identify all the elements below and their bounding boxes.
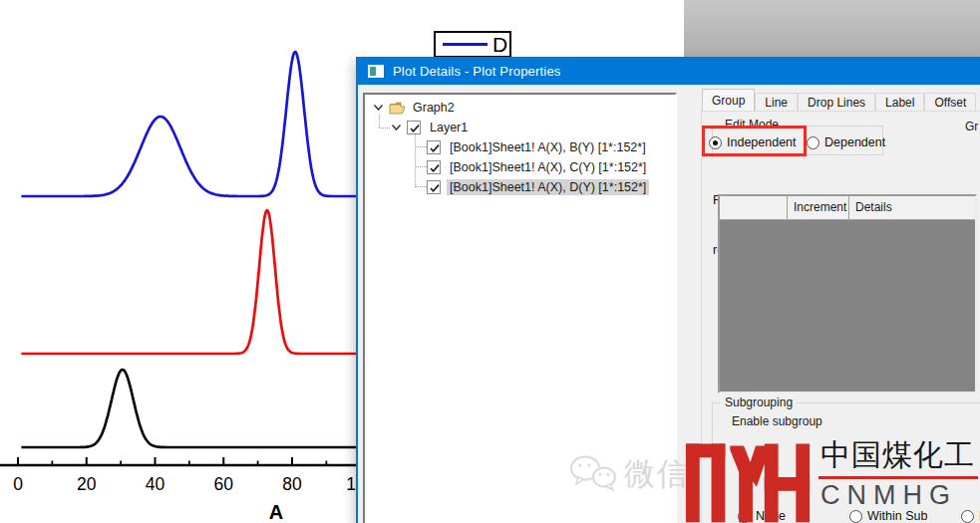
- x-axis-title: A: [269, 501, 283, 523]
- plot-checkbox[interactable]: [427, 180, 441, 194]
- top-right-gray-region: [684, 0, 980, 57]
- layer-checkbox[interactable]: [407, 121, 421, 134]
- check-icon: [409, 123, 421, 134]
- clipped-text-gr: Gr: [965, 120, 978, 133]
- tree-item-layer1[interactable]: Layer1: [391, 119, 471, 136]
- check-icon: [429, 162, 441, 174]
- logo-letters-icon: [681, 431, 818, 523]
- enable-subgroup-label: Enable subgroup: [728, 414, 826, 428]
- expand-chevron-icon[interactable]: [391, 124, 402, 131]
- table-header-increment: Increment: [788, 196, 849, 219]
- tree-connector: [415, 134, 416, 187]
- expand-chevron-icon[interactable]: [373, 104, 384, 112]
- screen: 020406080100A D Plot Details - Plot Prop…: [0, 0, 980, 523]
- tree-item-plot-b[interactable]: [Book1]Sheet1! A(X), B(Y) [1*:152*]: [427, 138, 649, 156]
- x-axis-tick-label: 0: [13, 474, 23, 494]
- table-header-blank: [720, 196, 788, 219]
- check-icon: [429, 142, 441, 154]
- subgrouping-label: Subgrouping: [721, 395, 797, 409]
- legend-entry-label: D: [492, 34, 507, 55]
- tree-connector: [415, 166, 427, 167]
- legend-line-sample-icon: [443, 43, 488, 46]
- logo-underline: [818, 476, 978, 479]
- group-table: Increment Details: [718, 194, 977, 393]
- x-axis-tick-label: 40: [146, 474, 165, 494]
- tree-connector: [379, 128, 390, 129]
- annotation-highlight-box: [702, 126, 807, 156]
- tab-group[interactable]: Group: [702, 89, 755, 112]
- table-header-details: Details: [849, 196, 975, 219]
- x-axis-tick-label: 80: [282, 474, 302, 494]
- dialog-window-icon: [368, 65, 384, 78]
- tree-item-plot-c[interactable]: [Book1]Sheet1! A(X), C(Y) [1*:152*]: [427, 158, 649, 176]
- logo-en-text: CNMHG: [820, 480, 957, 511]
- wechat-icon: [568, 453, 618, 495]
- group-table-header: Increment Details: [720, 196, 975, 220]
- radio-label: Dependent: [824, 135, 885, 149]
- tab-strip: Group Line Drop Lines Label Offset: [702, 89, 976, 112]
- curve-D(Y): [21, 52, 360, 196]
- plot-checkbox[interactable]: [427, 140, 441, 154]
- tree-item-label: [Book1]Sheet1! A(X), B(Y) [1*:152*]: [447, 139, 649, 155]
- wechat-watermark: 微信: [568, 453, 690, 495]
- tree-item-label: [Book1]Sheet1! A(X), C(Y) [1*:152*]: [447, 159, 649, 175]
- x-axis-tick-label: 20: [77, 474, 97, 494]
- dialog-titlebar[interactable]: Plot Details - Plot Properties: [358, 57, 980, 85]
- dependent-radio[interactable]: Dependent: [807, 135, 885, 149]
- tree-item-plot-d[interactable]: [Book1]Sheet1! A(X), D(Y) [1*:152*]: [427, 178, 649, 196]
- dialog-title: Plot Details - Plot Properties: [393, 64, 561, 79]
- curve-C(Y): [21, 210, 360, 354]
- tab-offset[interactable]: Offset: [924, 93, 976, 112]
- tree-connector: [415, 186, 427, 187]
- radio-icon[interactable]: [807, 136, 819, 149]
- tree-item-graph2[interactable]: Graph2: [373, 99, 458, 117]
- tree-item-label: Layer1: [427, 120, 471, 135]
- tab-drop-lines[interactable]: Drop Lines: [798, 93, 875, 112]
- legend-box: D: [434, 31, 511, 58]
- x-axis-tick-label: 60: [214, 474, 234, 494]
- tree-connector: [415, 146, 427, 147]
- tab-label[interactable]: Label: [875, 93, 924, 112]
- tree-item-label: Graph2: [410, 100, 458, 116]
- cnmhg-logo: 中国煤化工 CNMHG: [681, 431, 980, 523]
- tab-line[interactable]: Line: [755, 93, 798, 112]
- curve-B(Y): [21, 370, 360, 447]
- check-icon: [429, 182, 441, 194]
- tree-item-label-selected: [Book1]Sheet1! A(X), D(Y) [1*:152*]: [447, 179, 649, 195]
- folder-icon: [389, 102, 406, 115]
- logo-cn-text: 中国煤化工: [820, 435, 975, 476]
- table-body-empty: [720, 220, 975, 392]
- plot-checkbox[interactable]: [427, 160, 441, 174]
